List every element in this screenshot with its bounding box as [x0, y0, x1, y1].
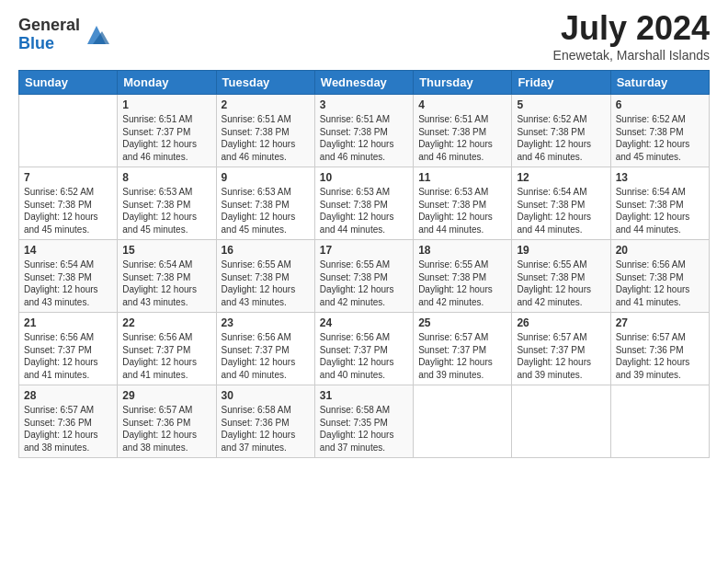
day-number: 26: [517, 316, 605, 329]
day-info: Sunrise: 6:57 AM Sunset: 7:37 PM Dayligh…: [418, 331, 506, 381]
day-number: 6: [616, 98, 704, 111]
calendar-cell: 29Sunrise: 6:57 AM Sunset: 7:36 PM Dayli…: [118, 385, 216, 458]
day-number: 18: [418, 244, 506, 257]
calendar-cell: 20Sunrise: 6:56 AM Sunset: 7:38 PM Dayli…: [610, 240, 709, 313]
day-info: Sunrise: 6:51 AM Sunset: 7:38 PM Dayligh…: [320, 113, 408, 163]
calendar-cell: 6Sunrise: 6:52 AM Sunset: 7:38 PM Daylig…: [610, 95, 709, 167]
weekday-header-thursday: Thursday: [414, 71, 512, 95]
calendar-cell: 12Sunrise: 6:54 AM Sunset: 7:38 PM Dayli…: [512, 167, 610, 240]
day-number: 19: [517, 244, 605, 257]
logo: General Blue: [18, 17, 109, 53]
day-info: Sunrise: 6:53 AM Sunset: 7:38 PM Dayligh…: [122, 186, 210, 236]
calendar-cell: 26Sunrise: 6:57 AM Sunset: 7:37 PM Dayli…: [512, 313, 610, 385]
logo-blue-text: Blue: [18, 35, 80, 53]
day-number: 9: [222, 171, 310, 184]
day-number: 7: [24, 171, 112, 184]
day-info: Sunrise: 6:57 AM Sunset: 7:36 PM Dayligh…: [24, 404, 112, 454]
day-number: 4: [418, 98, 506, 111]
day-info: Sunrise: 6:55 AM Sunset: 7:38 PM Dayligh…: [418, 259, 506, 308]
day-number: 15: [122, 244, 210, 257]
day-info: Sunrise: 6:57 AM Sunset: 7:37 PM Dayligh…: [517, 331, 605, 381]
day-info: Sunrise: 6:51 AM Sunset: 7:37 PM Dayligh…: [122, 113, 210, 163]
day-number: 10: [320, 171, 408, 184]
calendar-cell: [610, 385, 709, 458]
calendar-cell: 8Sunrise: 6:53 AM Sunset: 7:38 PM Daylig…: [118, 167, 216, 240]
day-number: 8: [122, 171, 210, 184]
day-number: 24: [320, 316, 408, 329]
day-number: 12: [517, 171, 605, 184]
title-block: July 2024 Enewetak, Marshall Islands: [553, 9, 710, 63]
day-info: Sunrise: 6:54 AM Sunset: 7:38 PM Dayligh…: [616, 186, 704, 236]
day-number: 29: [122, 389, 210, 402]
day-number: 28: [24, 389, 112, 402]
day-info: Sunrise: 6:54 AM Sunset: 7:38 PM Dayligh…: [517, 186, 605, 236]
day-info: Sunrise: 6:56 AM Sunset: 7:37 PM Dayligh…: [222, 331, 310, 381]
day-info: Sunrise: 6:56 AM Sunset: 7:37 PM Dayligh…: [122, 331, 210, 381]
calendar-cell: 15Sunrise: 6:54 AM Sunset: 7:38 PM Dayli…: [118, 240, 216, 313]
day-info: Sunrise: 6:55 AM Sunset: 7:38 PM Dayligh…: [222, 259, 310, 308]
day-number: 25: [418, 316, 506, 329]
calendar-cell: 23Sunrise: 6:56 AM Sunset: 7:37 PM Dayli…: [216, 313, 314, 385]
calendar-cell: 30Sunrise: 6:58 AM Sunset: 7:36 PM Dayli…: [216, 385, 314, 458]
week-row-4: 21Sunrise: 6:56 AM Sunset: 7:37 PM Dayli…: [19, 313, 710, 385]
day-number: 11: [418, 171, 506, 184]
day-info: Sunrise: 6:53 AM Sunset: 7:38 PM Dayligh…: [320, 186, 408, 236]
calendar-cell: 9Sunrise: 6:53 AM Sunset: 7:38 PM Daylig…: [216, 167, 314, 240]
logo-icon: [84, 22, 109, 48]
day-info: Sunrise: 6:58 AM Sunset: 7:36 PM Dayligh…: [222, 404, 310, 454]
day-number: 2: [222, 98, 310, 111]
day-number: 27: [616, 316, 704, 329]
calendar-cell: 1Sunrise: 6:51 AM Sunset: 7:37 PM Daylig…: [118, 95, 216, 167]
calendar-cell: 18Sunrise: 6:55 AM Sunset: 7:38 PM Dayli…: [414, 240, 512, 313]
calendar-cell: 27Sunrise: 6:57 AM Sunset: 7:36 PM Dayli…: [610, 313, 709, 385]
calendar-cell: 25Sunrise: 6:57 AM Sunset: 7:37 PM Dayli…: [414, 313, 512, 385]
calendar-cell: 21Sunrise: 6:56 AM Sunset: 7:37 PM Dayli…: [19, 313, 118, 385]
day-number: 30: [222, 389, 310, 402]
weekday-header-monday: Monday: [118, 71, 216, 95]
weekday-header-row: SundayMondayTuesdayWednesdayThursdayFrid…: [19, 71, 710, 95]
day-info: Sunrise: 6:54 AM Sunset: 7:38 PM Dayligh…: [122, 259, 210, 308]
weekday-header-friday: Friday: [512, 71, 610, 95]
day-info: Sunrise: 6:56 AM Sunset: 7:38 PM Dayligh…: [616, 259, 704, 308]
month-year: July 2024: [553, 9, 710, 48]
day-info: Sunrise: 6:54 AM Sunset: 7:38 PM Dayligh…: [24, 259, 112, 308]
calendar-cell: 11Sunrise: 6:53 AM Sunset: 7:38 PM Dayli…: [414, 167, 512, 240]
day-number: 23: [222, 316, 310, 329]
page-header: General Blue July 2024 Enewetak, Marshal…: [18, 9, 710, 63]
weekday-header-tuesday: Tuesday: [216, 71, 314, 95]
calendar-table: SundayMondayTuesdayWednesdayThursdayFrid…: [18, 70, 710, 458]
calendar-cell: 10Sunrise: 6:53 AM Sunset: 7:38 PM Dayli…: [314, 167, 413, 240]
calendar-cell: 2Sunrise: 6:51 AM Sunset: 7:38 PM Daylig…: [216, 95, 314, 167]
calendar-cell: 22Sunrise: 6:56 AM Sunset: 7:37 PM Dayli…: [118, 313, 216, 385]
day-number: 1: [122, 98, 210, 111]
day-info: Sunrise: 6:56 AM Sunset: 7:37 PM Dayligh…: [24, 331, 112, 381]
weekday-header-sunday: Sunday: [19, 71, 118, 95]
calendar-cell: 5Sunrise: 6:52 AM Sunset: 7:38 PM Daylig…: [512, 95, 610, 167]
day-info: Sunrise: 6:57 AM Sunset: 7:36 PM Dayligh…: [616, 331, 704, 381]
calendar-cell: [19, 95, 118, 167]
calendar-cell: 19Sunrise: 6:55 AM Sunset: 7:38 PM Dayli…: [512, 240, 610, 313]
week-row-5: 28Sunrise: 6:57 AM Sunset: 7:36 PM Dayli…: [19, 385, 710, 458]
week-row-1: 1Sunrise: 6:51 AM Sunset: 7:37 PM Daylig…: [19, 95, 710, 167]
location: Enewetak, Marshall Islands: [553, 48, 710, 63]
calendar-cell: 28Sunrise: 6:57 AM Sunset: 7:36 PM Dayli…: [19, 385, 118, 458]
day-info: Sunrise: 6:58 AM Sunset: 7:35 PM Dayligh…: [320, 404, 408, 454]
day-info: Sunrise: 6:51 AM Sunset: 7:38 PM Dayligh…: [222, 113, 310, 163]
day-info: Sunrise: 6:55 AM Sunset: 7:38 PM Dayligh…: [320, 259, 408, 308]
calendar-cell: 7Sunrise: 6:52 AM Sunset: 7:38 PM Daylig…: [19, 167, 118, 240]
day-info: Sunrise: 6:52 AM Sunset: 7:38 PM Dayligh…: [517, 113, 605, 163]
calendar-cell: 3Sunrise: 6:51 AM Sunset: 7:38 PM Daylig…: [314, 95, 413, 167]
calendar-cell: 24Sunrise: 6:56 AM Sunset: 7:37 PM Dayli…: [314, 313, 413, 385]
calendar-cell: [512, 385, 610, 458]
day-info: Sunrise: 6:56 AM Sunset: 7:37 PM Dayligh…: [320, 331, 408, 381]
day-info: Sunrise: 6:55 AM Sunset: 7:38 PM Dayligh…: [517, 259, 605, 308]
day-info: Sunrise: 6:53 AM Sunset: 7:38 PM Dayligh…: [418, 186, 506, 236]
calendar-cell: [414, 385, 512, 458]
day-number: 21: [24, 316, 112, 329]
day-number: 14: [24, 244, 112, 257]
day-info: Sunrise: 6:57 AM Sunset: 7:36 PM Dayligh…: [122, 404, 210, 454]
calendar-cell: 14Sunrise: 6:54 AM Sunset: 7:38 PM Dayli…: [19, 240, 118, 313]
day-number: 17: [320, 244, 408, 257]
day-number: 13: [616, 171, 704, 184]
day-info: Sunrise: 6:52 AM Sunset: 7:38 PM Dayligh…: [616, 113, 704, 163]
